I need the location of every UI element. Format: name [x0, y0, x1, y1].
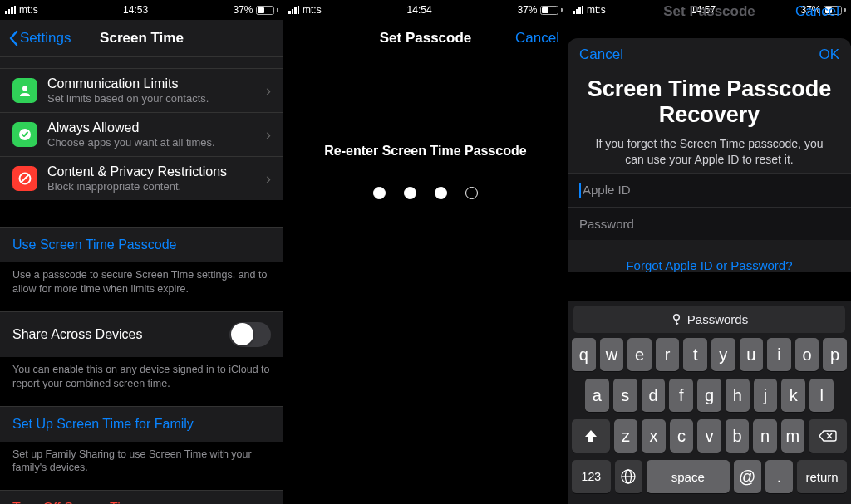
row-share-across-devices[interactable]: Share Across Devices: [0, 311, 283, 357]
checkmark-icon: [12, 122, 37, 147]
password-field[interactable]: Password: [568, 207, 851, 240]
row-label: Set Up Screen Time for Family: [12, 417, 194, 432]
restriction-icon: [12, 166, 37, 191]
row-title: Content & Privacy Restrictions: [47, 164, 256, 179]
back-button[interactable]: Settings: [8, 30, 71, 46]
cancel-button[interactable]: Cancel: [515, 30, 559, 46]
chevron-right-icon: ›: [266, 170, 271, 188]
ok-button[interactable]: OK: [819, 46, 839, 63]
row-always-allowed[interactable]: Always Allowed Choose apps you want at a…: [0, 112, 283, 156]
nav-bar: Settings Screen Time: [0, 20, 283, 56]
passcode-entry: Re-enter Screen Time Passcode: [283, 56, 568, 199]
screen-screentime-settings: mt:s 14:53 37% Settings Screen Time Comm…: [0, 0, 283, 504]
key-w[interactable]: w: [600, 338, 624, 371]
chevron-right-icon: ›: [266, 82, 271, 100]
battery-pct: 37%: [517, 4, 537, 16]
return-key[interactable]: return: [797, 460, 847, 493]
modal-bar: Cancel OK: [568, 38, 851, 71]
shift-icon: [583, 429, 598, 443]
key-v[interactable]: v: [697, 419, 721, 453]
nav-bar: Set Passcode Cancel: [283, 20, 568, 56]
key-z[interactable]: z: [614, 419, 637, 453]
background-nav: Set Passcode Cancel: [568, 3, 851, 20]
footer-use-passcode: Use a passcode to secure Screen Time set…: [0, 262, 283, 296]
row-setup-family[interactable]: Set Up Screen Time for Family: [0, 406, 283, 442]
chevron-left-icon: [8, 30, 18, 46]
svg-point-0: [22, 86, 27, 91]
row-use-passcode[interactable]: Use Screen Time Passcode: [0, 227, 283, 262]
key-f[interactable]: f: [669, 379, 693, 412]
key-l[interactable]: l: [809, 379, 834, 412]
shift-key[interactable]: [572, 419, 610, 453]
key-h[interactable]: h: [726, 379, 750, 412]
backspace-icon: [819, 429, 837, 443]
field-placeholder: Password: [579, 217, 634, 231]
key-d[interactable]: d: [642, 379, 666, 412]
recovery-message: If you forget the Screen Time passcode, …: [586, 136, 833, 168]
key-j[interactable]: j: [754, 379, 778, 412]
footer-family: Set up Family Sharing to use Screen Time…: [0, 442, 283, 476]
contacts-icon: [12, 78, 37, 103]
signal-icon: [288, 6, 299, 14]
row-label: Share Across Devices: [12, 327, 143, 342]
key-u[interactable]: u: [740, 338, 764, 371]
passcode-dots: [283, 187, 568, 199]
screen-recovery: mt:s 14:57 37% Set Passcode Cancel Cance…: [568, 0, 851, 504]
row-content-restrictions[interactable]: Content & Privacy Restrictions Block ina…: [0, 156, 283, 200]
row-subtitle: Set limits based on your contacts.: [47, 92, 256, 105]
carrier-label: mt:s: [19, 4, 38, 16]
backspace-key[interactable]: [809, 419, 847, 453]
recovery-heading: Screen Time Passcode Recovery: [586, 76, 833, 128]
cancel-button[interactable]: Cancel: [579, 46, 623, 63]
key-s[interactable]: s: [613, 379, 637, 412]
autofill-label: Passwords: [687, 312, 748, 326]
space-key[interactable]: space: [647, 460, 730, 493]
key-m[interactable]: m: [781, 419, 804, 453]
battery-icon: [256, 6, 278, 15]
apple-id-field[interactable]: Apple ID: [568, 173, 851, 208]
back-label: Settings: [20, 30, 71, 46]
status-bar: mt:s 14:54 37%: [283, 0, 568, 20]
toggle-share[interactable]: [229, 322, 271, 347]
background-title: Set Passcode: [663, 3, 755, 19]
passcode-dot: [404, 187, 416, 199]
key-q[interactable]: q: [572, 338, 596, 371]
svg-point-4: [674, 314, 680, 320]
key-i[interactable]: i: [767, 338, 791, 371]
row-subtitle: Block inappropriate content.: [47, 180, 256, 193]
autofill-passwords[interactable]: Passwords: [573, 306, 845, 333]
key-r[interactable]: r: [656, 338, 680, 371]
key-c[interactable]: c: [670, 419, 693, 453]
key-b[interactable]: b: [726, 419, 749, 453]
key-t[interactable]: t: [683, 338, 707, 371]
key-n[interactable]: n: [753, 419, 776, 453]
key-g[interactable]: g: [697, 379, 721, 412]
key-y[interactable]: y: [711, 338, 735, 371]
chevron-right-icon: ›: [266, 126, 271, 144]
row-turn-off[interactable]: Turn Off Screen Time: [0, 490, 283, 504]
dot-key[interactable]: .: [765, 460, 793, 493]
numbers-key[interactable]: 123: [572, 460, 611, 493]
key-e[interactable]: e: [627, 338, 652, 371]
globe-key[interactable]: [615, 460, 642, 493]
key-o[interactable]: o: [795, 338, 819, 371]
key-k[interactable]: k: [781, 379, 805, 412]
globe-icon: [620, 468, 637, 485]
row-title: Communication Limits: [47, 76, 256, 91]
screen-set-passcode: mt:s 14:54 37% Set Passcode Cancel Re-en…: [283, 0, 568, 504]
key-p[interactable]: p: [823, 338, 847, 371]
key-icon: [671, 313, 682, 326]
svg-line-3: [22, 175, 29, 183]
key-x[interactable]: x: [642, 419, 665, 453]
carrier-label: mt:s: [303, 4, 322, 16]
svg-rect-6: [676, 323, 678, 325]
at-key[interactable]: @: [734, 460, 761, 493]
row-label: Turn Off Screen Time: [12, 501, 139, 504]
row-communication-limits[interactable]: Communication Limits Set limits based on…: [0, 68, 283, 112]
key-a[interactable]: a: [585, 379, 609, 412]
status-time: 14:54: [407, 4, 432, 16]
passcode-prompt: Re-enter Screen Time Passcode: [283, 144, 568, 159]
forgot-link[interactable]: Forgot Apple ID or Password?: [568, 258, 851, 272]
battery-pct: 37%: [233, 4, 253, 16]
passcode-dot: [435, 187, 447, 199]
